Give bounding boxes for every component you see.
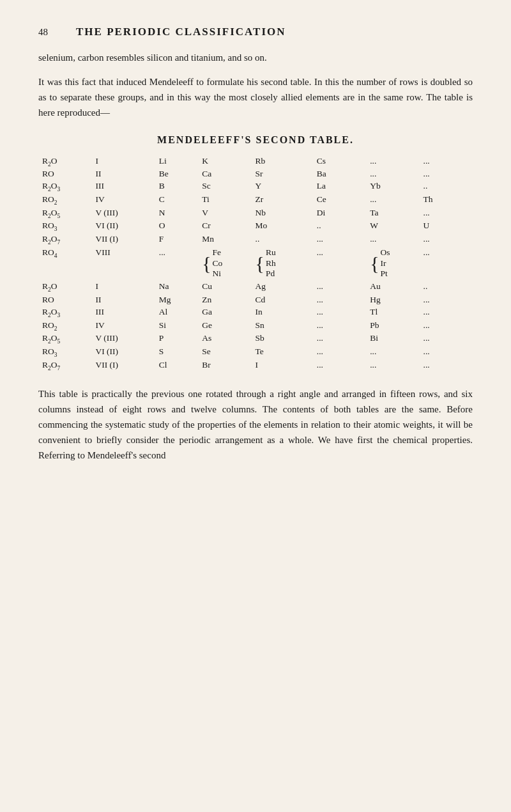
- table-title: Mendeleeff's Second Table.: [38, 134, 473, 146]
- table-row: RO2 IV Si Ge Sn ... Pb ...: [38, 319, 473, 332]
- table-row: R2O5 V (III) P As Sb ... Bi ...: [38, 332, 473, 346]
- periodic-table: R2O I Li K Rb Cs ... ... RO II Be Ca Sr …: [38, 155, 473, 372]
- table-row: RO3 VI (II) S Se Te ... ... ...: [38, 346, 473, 359]
- table-row: R2O3 III Al Ga In ... Tl ...: [38, 306, 473, 319]
- table-row: R2O I Na Cu Ag ... Au ..: [38, 281, 473, 294]
- paragraph-2: It was this fact that induced Mendeleeff…: [38, 74, 473, 120]
- page-title: THE PERIODIC CLASSIFICATION: [76, 26, 286, 38]
- table-row: R2O I Li K Rb Cs ... ...: [38, 155, 473, 168]
- table-row: RO II Be Ca Sr Ba ... ...: [38, 168, 473, 180]
- paragraph-1: selenium, carbon resembles silicon and t…: [38, 50, 473, 65]
- table-row: R2O7 VII (I) Cl Br I ... ... ...: [38, 359, 473, 372]
- ro4-row: RO4 VIII ... { Fe Co Ni { Ru Rh Pd ... {…: [38, 246, 473, 281]
- table-row: R2O7 VII (I) F Mn .. ... ... ...: [38, 233, 473, 246]
- table-row: RO II Mg Zn Cd ... Hg ...: [38, 293, 473, 306]
- page-number: 48: [38, 27, 48, 37]
- closing-paragraph: This table is practically the previous o…: [38, 386, 473, 463]
- table-row: R2O5 V (III) N V Nb Di Ta ...: [38, 207, 473, 220]
- table-row: RO3 VI (II) O Cr Mo .. W U: [38, 220, 473, 233]
- page-header: 48 THE PERIODIC CLASSIFICATION: [38, 26, 473, 38]
- table-row: RO2 IV C Ti Zr Ce ... Th: [38, 193, 473, 207]
- table-row: R2O3 III B Sc Y La Yb ..: [38, 180, 473, 194]
